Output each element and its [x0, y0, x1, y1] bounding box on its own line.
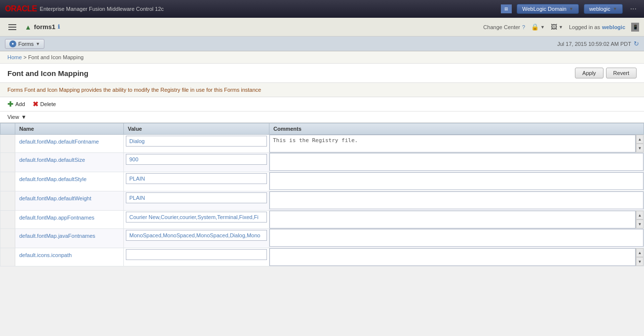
- comments-textarea[interactable]: [269, 191, 644, 209]
- comments-scrollbar: ▲▼: [636, 135, 644, 152]
- name-cell: default.fontMap.defaultWeight: [15, 191, 124, 211]
- more-options-button[interactable]: ···: [628, 4, 639, 13]
- timestamp-area: Jul 17, 2015 10:59:02 AM PDT ↻: [557, 40, 639, 47]
- image-icon[interactable]: 🖼: [551, 23, 557, 31]
- timestamp-text: Jul 17, 2015 10:59:02 AM PDT: [557, 41, 631, 47]
- table-row: default.fontMap.defaultWeight: [0, 191, 644, 211]
- table-col-comments: Comments: [269, 123, 644, 135]
- add-icon: ✚: [7, 100, 13, 108]
- comments-cell: [269, 153, 644, 172]
- image-arrow-icon[interactable]: ▼: [559, 25, 563, 30]
- name-cell: default.fontMap.appFontnames: [15, 211, 124, 229]
- page-title: Font and Icon Mapping: [7, 69, 88, 77]
- add-button[interactable]: ✚ Add: [7, 100, 25, 108]
- table-col-value: Value: [124, 123, 269, 135]
- forms1-status-icon: ▲: [25, 23, 32, 31]
- value-cell: [124, 135, 269, 153]
- comments-textarea[interactable]: [269, 135, 636, 152]
- row-number-cell: [0, 191, 15, 211]
- value-input[interactable]: [126, 212, 267, 223]
- weblogic-user-button[interactable]: weblogic ▼: [584, 4, 623, 14]
- comments-scrollbar: ▲▼: [636, 248, 644, 266]
- forms1-info-icon[interactable]: ℹ: [58, 24, 60, 30]
- table-row: default.fontMap.javaFontnames: [0, 229, 644, 248]
- lock-icon[interactable]: 🔒: [531, 23, 539, 31]
- value-input[interactable]: [126, 136, 267, 147]
- scrollbar-up-button[interactable]: ▲: [636, 211, 644, 220]
- logged-in-user: weblogic: [602, 24, 625, 30]
- value-input[interactable]: [126, 173, 267, 184]
- comments-textarea[interactable]: [269, 229, 644, 247]
- comments-wrapper: ▲▼: [269, 135, 644, 152]
- scrollbar-down-button[interactable]: ▼: [636, 257, 644, 266]
- view-dropdown-arrow-icon: ▼: [21, 114, 27, 120]
- comments-scrollbar: ▲▼: [636, 211, 644, 228]
- value-input[interactable]: [126, 249, 267, 260]
- comments-wrapper: ▲▼: [269, 248, 644, 266]
- table-row: default.fontMap.appFontnames▲▼: [0, 211, 644, 229]
- page-description-text: Forms Font and Icon Mapping provides the…: [7, 87, 261, 93]
- view-label: View: [7, 114, 19, 120]
- revert-button[interactable]: Revert: [606, 68, 637, 78]
- comments-cell: ▲▼: [269, 135, 644, 153]
- breadcrumb-current: Font and Icon Mapping: [28, 54, 84, 60]
- breadcrumb-home-link[interactable]: Home: [7, 54, 22, 60]
- table-row: default.fontMap.defaultSize: [0, 153, 644, 172]
- comments-textarea[interactable]: [269, 211, 636, 228]
- row-number-cell: [0, 248, 15, 266]
- oracle-logo: ORACLE Enterprise Manager Fusion Middlew…: [5, 4, 164, 13]
- row-number-cell: [0, 211, 15, 229]
- row-number-cell: [0, 172, 15, 191]
- hamburger-menu-button[interactable]: [5, 18, 20, 36]
- value-input[interactable]: [126, 192, 267, 203]
- comments-textarea[interactable]: [269, 153, 644, 171]
- weblogic-domain-button[interactable]: WebLogic Domain ▼: [517, 4, 579, 14]
- apply-button[interactable]: Apply: [575, 68, 604, 78]
- weblogic-domain-label: WebLogic Domain: [522, 6, 567, 12]
- nav-bar: ● Forms ▼ Jul 17, 2015 10:59:02 AM PDT ↻: [0, 37, 644, 51]
- value-cell: [124, 248, 269, 266]
- value-cell: [124, 172, 269, 191]
- forms-nav-button[interactable]: ● Forms ▼: [5, 39, 44, 49]
- lock-arrow-icon[interactable]: ▼: [540, 25, 545, 30]
- change-center: Change Center ?: [483, 24, 525, 30]
- table-header-row: Name Value Comments: [0, 123, 644, 135]
- value-input[interactable]: [126, 230, 267, 241]
- header-right-controls: Change Center ? 🔒 ▼ 🖼 ▼ Logged in as web…: [483, 23, 639, 32]
- delete-button[interactable]: ✖ Delete: [33, 100, 56, 108]
- table-row: default.icons.iconpath▲▼: [0, 248, 644, 266]
- delete-icon: ✖: [33, 100, 38, 108]
- comments-cell: ▲▼: [269, 248, 644, 266]
- lock-controls: 🔒 ▼: [531, 23, 545, 31]
- name-cell: default.fontMap.defaultStyle: [15, 172, 124, 191]
- image-controls: 🖼 ▼: [551, 23, 563, 31]
- comments-textarea[interactable]: [269, 248, 636, 266]
- page-title-bar: Font and Icon Mapping Apply Revert: [0, 64, 644, 83]
- name-cell: default.fontMap.javaFontnames: [15, 229, 124, 248]
- description-bar: Forms Font and Icon Mapping provides the…: [0, 83, 644, 97]
- forms-nav-label: Forms: [18, 41, 34, 47]
- name-cell: default.icons.iconpath: [15, 248, 124, 266]
- view-dropdown-button[interactable]: View ▼: [7, 114, 637, 120]
- value-cell: [124, 191, 269, 211]
- toolbar: ✚ Add ✖ Delete: [0, 97, 644, 112]
- mobile-icon: 📱: [631, 23, 639, 32]
- weblogic-user-arrow-icon: ▼: [613, 6, 617, 11]
- value-input[interactable]: [126, 154, 267, 165]
- top-right-controls: ⊞ WebLogic Domain ▼ weblogic ▼ ···: [501, 4, 639, 14]
- table-row: default.fontMap.defaultFontname▲▼: [0, 135, 644, 153]
- row-number-cell: [0, 135, 15, 153]
- scrollbar-up-button[interactable]: ▲: [636, 248, 644, 257]
- add-label: Add: [15, 101, 25, 107]
- refresh-icon[interactable]: ↻: [634, 40, 639, 47]
- comments-textarea[interactable]: [269, 172, 644, 190]
- value-cell: [124, 229, 269, 248]
- scrollbar-up-button[interactable]: ▲: [636, 135, 644, 144]
- top-header: ORACLE Enterprise Manager Fusion Middlew…: [0, 0, 644, 18]
- change-center-help-icon[interactable]: ?: [522, 24, 525, 30]
- scrollbar-down-button[interactable]: ▼: [636, 144, 644, 152]
- forms1-label: forms1: [34, 23, 55, 31]
- second-header: ▲ forms1 ℹ Change Center ? 🔒 ▼ 🖼 ▼ Logge…: [0, 18, 644, 37]
- value-cell: [124, 153, 269, 172]
- scrollbar-down-button[interactable]: ▼: [636, 220, 644, 228]
